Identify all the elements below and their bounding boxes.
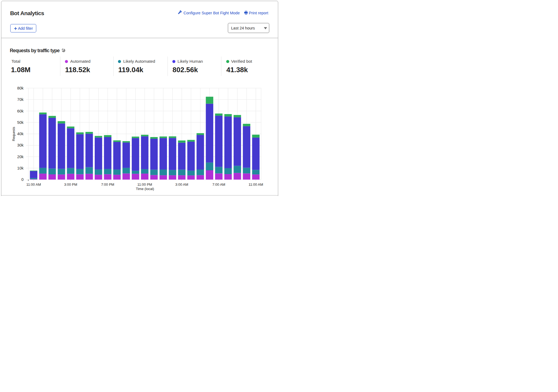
svg-text:7:00 PM: 7:00 PM bbox=[101, 182, 114, 187]
svg-text:70k: 70k bbox=[17, 97, 24, 102]
svg-text:11:00 AM: 11:00 AM bbox=[248, 182, 263, 187]
svg-text:3:00 PM: 3:00 PM bbox=[64, 182, 77, 187]
svg-text:40k: 40k bbox=[17, 132, 24, 136]
svg-text:30k: 30k bbox=[17, 143, 24, 147]
svg-text:0: 0 bbox=[21, 177, 24, 182]
svg-text:60k: 60k bbox=[17, 109, 24, 113]
svg-text:80k: 80k bbox=[17, 86, 24, 90]
svg-text:Requests: Requests bbox=[12, 127, 16, 141]
svg-text:20k: 20k bbox=[17, 155, 24, 159]
svg-text:Time (local): Time (local) bbox=[136, 187, 154, 191]
svg-text:50k: 50k bbox=[17, 120, 24, 125]
svg-text:11:00 AM: 11:00 AM bbox=[26, 182, 41, 187]
svg-text:10k: 10k bbox=[17, 166, 24, 170]
svg-text:11:00 PM: 11:00 PM bbox=[137, 182, 152, 187]
svg-text:3:00 AM: 3:00 AM bbox=[175, 182, 188, 187]
svg-text:7:00 AM: 7:00 AM bbox=[212, 182, 225, 187]
